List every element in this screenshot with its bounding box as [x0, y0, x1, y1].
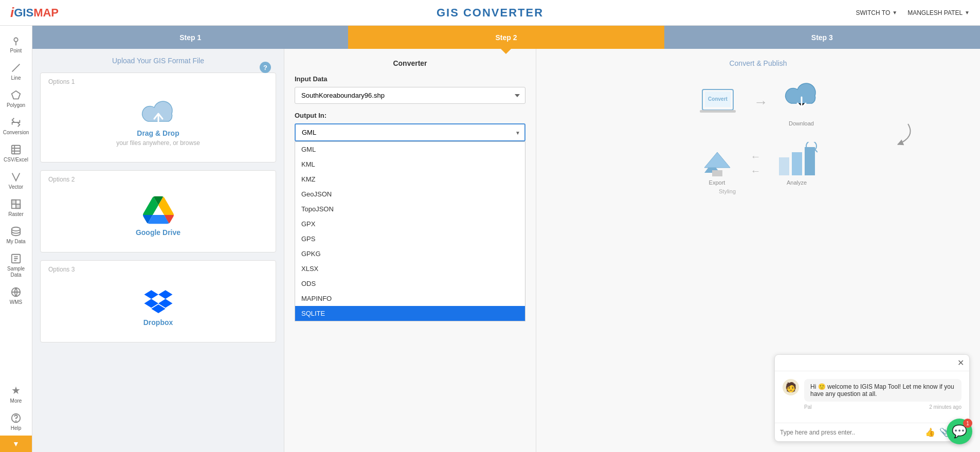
user-menu-chevron: ▼ — [965, 10, 970, 15]
drag-drop-text: Drag & Drop — [137, 129, 179, 137]
chat-avatar: 🧑 — [783, 379, 799, 395]
dropdown-item-gml[interactable]: GML — [295, 142, 525, 157]
wms-icon — [10, 286, 22, 298]
svg-rect-15 — [712, 170, 722, 176]
switch-to-button[interactable]: SWITCH TO ▼ — [856, 9, 897, 16]
diagram-export-icon: Export — [699, 142, 735, 186]
panel-1-title: Upload Your GIS Format File — [40, 57, 276, 65]
sidebar-item-sample-data-label: SampleData — [7, 266, 25, 278]
dropdown-item-gps[interactable]: GPS — [295, 231, 525, 246]
dropdown-item-geojson[interactable]: GeoJSON — [295, 187, 525, 202]
svg-point-6 — [12, 227, 21, 231]
output-format-select[interactable]: GML — [295, 123, 525, 141]
dropdown-item-csv[interactable]: CSV — [295, 321, 525, 321]
sidebar-item-wms-label: WMS — [10, 299, 22, 305]
sidebar-item-line-label: Line — [11, 75, 21, 81]
svg-rect-16 — [779, 157, 789, 175]
chat-bubble-text: Hi 🙂 welcome to IGIS Map Tool! Let me kn… — [804, 379, 961, 402]
dropdown-item-kml[interactable]: KML — [295, 157, 525, 172]
sidebar-item-my-data[interactable]: My Data — [0, 222, 32, 249]
dropdown-item-sqlite[interactable]: SQLITE — [295, 306, 525, 321]
sidebar-item-more[interactable]: ★ More — [0, 380, 32, 408]
sidebar-item-help-label: Help — [11, 425, 22, 431]
sample-data-icon — [10, 253, 22, 264]
svg-text:Convert: Convert — [708, 96, 728, 102]
sidebar-item-raster[interactable]: Raster — [0, 194, 32, 222]
cloud-download-svg — [784, 78, 820, 119]
sidebar-item-conversion[interactable]: Conversion — [0, 113, 32, 140]
dropdown-item-ods[interactable]: ODS — [295, 276, 525, 291]
sidebar-item-wms[interactable]: WMS — [0, 282, 32, 310]
step-3-header[interactable]: Step 3 — [664, 26, 980, 49]
main-layout: Point Line Polygon Conversion — [0, 26, 980, 452]
sidebar-item-help[interactable]: Help — [0, 408, 32, 436]
laptop-convert-svg: Convert — [697, 84, 738, 120]
input-data-select[interactable]: SouthKoreaboundary96.shp — [295, 87, 525, 104]
sidebar-item-line[interactable]: Line — [0, 58, 32, 85]
switch-to-label: SWITCH TO — [856, 9, 890, 16]
output-dropdown-list[interactable]: GMLKMLKMZGeoJSONTopoJSONGPXGPSGPKGXLSXOD… — [295, 141, 525, 321]
line-icon — [10, 62, 22, 74]
dropdown-item-kmz[interactable]: KMZ — [295, 172, 525, 187]
chat-meta: Pal 2 minutes ago — [804, 404, 961, 410]
sidebar-item-raster-label: Raster — [8, 211, 23, 218]
dropbox-area[interactable]: Dropbox — [48, 281, 268, 332]
sidebar-item-vector[interactable]: Vector — [0, 167, 32, 194]
sidebar-item-vector-label: Vector — [9, 184, 23, 190]
header-right: SWITCH TO ▼ MANGLESH PATEL ▼ — [856, 9, 970, 16]
svg-rect-17 — [792, 152, 802, 175]
sidebar-item-csv-excel[interactable]: CSV/Excel — [0, 140, 32, 167]
diagram-analyze-icon: Analyze — [776, 142, 818, 186]
panel-upload: Upload Your GIS Format File ? Options 1 … — [32, 49, 284, 452]
output-in-label: Output In: — [295, 112, 525, 119]
content-area: Step 1 Step 2 Step 3 Upload Your GIS For… — [32, 26, 980, 452]
svg-point-10 — [16, 421, 16, 421]
polygon-icon — [10, 89, 22, 101]
sidebar-item-my-data-label: My Data — [6, 239, 25, 245]
chat-widget: ✕ 🧑 Hi 🙂 welcome to IGIS Map Tool! Let m… — [774, 354, 970, 442]
panel-3-title: Convert & Publish — [547, 59, 970, 67]
google-drive-label: Google Drive — [136, 228, 180, 237]
analyze-svg — [776, 142, 818, 178]
chat-input[interactable] — [780, 429, 921, 436]
chat-body: 🧑 Hi 🙂 welcome to IGIS Map Tool! Let me … — [775, 371, 969, 423]
drag-drop-area[interactable]: Drag & Drop your files anywhere, or brow… — [48, 93, 268, 152]
chat-sender: Pal — [804, 404, 811, 410]
sidebar-collapse-button[interactable]: ▼ — [0, 436, 32, 452]
diagram-arrows: → — [754, 94, 768, 111]
step-2-label: Step 2 — [495, 33, 517, 42]
dropbox-label: Dropbox — [143, 318, 173, 327]
diagram-convert-icon: Convert — [697, 84, 738, 120]
cloud-upload-icon — [140, 98, 176, 129]
sidebar-item-sample-data[interactable]: SampleData — [0, 249, 32, 282]
diagram-download-icon: Download — [784, 78, 820, 126]
diagram-right-arrows: ← ← — [751, 151, 761, 177]
step-2-header[interactable]: Step 2 — [348, 26, 664, 49]
chat-notification-badge: 1 — [963, 419, 972, 428]
switch-to-chevron: ▼ — [892, 10, 897, 15]
svg-rect-2 — [12, 146, 21, 154]
dropdown-item-gpkg[interactable]: GPKG — [295, 246, 525, 261]
logo[interactable]: iGISMAP — [10, 5, 59, 21]
conversion-icon — [10, 117, 22, 128]
chat-close-button[interactable]: ✕ — [957, 358, 964, 368]
step-1-header[interactable]: Step 1 — [32, 26, 348, 49]
header: iGISMAP GIS CONVERTER SWITCH TO ▼ MANGLE… — [0, 0, 980, 26]
user-name-label: MANGLESH PATEL — [908, 9, 963, 16]
dropdown-item-topojson[interactable]: TopoJSON — [295, 202, 525, 216]
chat-bubble-button[interactable]: 💬 1 — [947, 419, 972, 444]
user-menu[interactable]: MANGLESH PATEL ▼ — [908, 9, 970, 16]
dropdown-item-mapinfo[interactable]: MAPINFO — [295, 291, 525, 306]
my-data-icon — [10, 226, 22, 237]
vector-icon — [10, 171, 22, 183]
google-drive-area[interactable]: Google Drive — [48, 191, 268, 242]
output-select-wrapper: GML ▼ GMLKMLKMZGeoJSONTopoJSONGPXGPSGPKG… — [295, 123, 525, 141]
sidebar-item-point[interactable]: Point — [0, 31, 32, 58]
dropdown-item-xlsx[interactable]: XLSX — [295, 261, 525, 276]
help-tooltip-icon[interactable]: ? — [260, 62, 271, 73]
options-3-label: Options 3 — [48, 266, 268, 273]
sidebar-item-polygon[interactable]: Polygon — [0, 85, 32, 113]
dropdown-item-gpx[interactable]: GPX — [295, 216, 525, 231]
chat-like-icon[interactable]: 👍 — [925, 427, 935, 437]
logo-gis: GIS — [14, 6, 33, 20]
